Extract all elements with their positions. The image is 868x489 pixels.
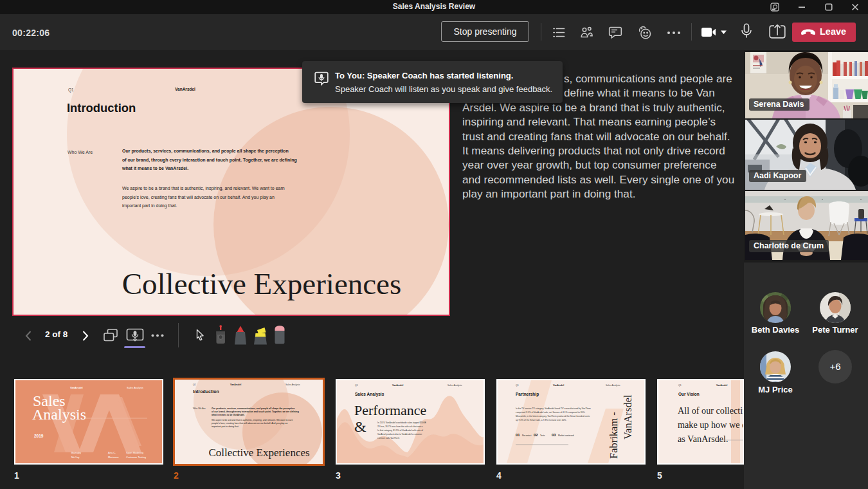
svg-text:of our brand, through every in: of our brand, through every interaction … <box>212 411 299 413</box>
svg-text:VanArsel products due to VanAr: VanArsel products due to VanArsdel's cus… <box>377 433 422 436</box>
svg-text:Sales Analysis: Sales Analysis <box>606 384 620 387</box>
svg-text:comprised 2.5% of VanArsdel sa: comprised 2.5% of VanArsdel sale, net Se… <box>516 411 585 414</box>
svg-text:In that category, 81.5% of Van: In that category, 81.5% of VanArsdel sel… <box>377 429 423 432</box>
svg-text:03: 03 <box>552 433 556 437</box>
svg-text:up 9.3% of the Smart sale, a 7: up 9.3% of the Smart sale, a 7.8% increa… <box>516 419 566 421</box>
svg-text:Sales Analysis: Sales Analysis <box>448 384 462 387</box>
svg-text:Customer Testing: Customer Testing <box>126 456 146 459</box>
svg-text:Our Vision: Our Vision <box>678 392 700 396</box>
svg-text:Sales Analysis: Sales Analysis <box>285 383 300 386</box>
svg-text:Aria C.: Aria C. <box>108 451 116 454</box>
svg-text:as VanArsdel.: as VanArsdel. <box>678 434 728 444</box>
svg-text:Marinova: Marinova <box>108 456 119 459</box>
svg-text:important part in doing that.: important part in doing that. <box>212 425 239 428</box>
svg-text:Our products, services, commun: Our products, services, communications, … <box>212 407 294 410</box>
svg-text:We aspire to be a brand that i: We aspire to be a brand that is authenti… <box>212 419 293 421</box>
svg-text:what it means to be VanArsdel.: what it means to be VanArsdel. <box>211 414 245 416</box>
svg-text:2019: 2019 <box>34 434 44 438</box>
svg-text:Analysis: Analysis <box>32 406 86 423</box>
svg-text:Recontact: Recontact <box>522 434 531 437</box>
svg-text:McCoy: McCoy <box>71 456 79 459</box>
svg-text:VanArsdel: VanArsdel <box>392 384 403 387</box>
svg-text:In the TV service TV category,: In the TV service TV category, VanArsdel… <box>516 407 591 410</box>
svg-text:VanArsdel: VanArsdel <box>622 394 634 439</box>
svg-text:Sport Modeling: Sport Modeling <box>126 451 143 454</box>
svg-text:01: 01 <box>516 433 520 437</box>
svg-text:Q1: Q1 <box>355 384 358 387</box>
svg-text:VanArsdel: VanArsdel <box>70 386 83 389</box>
svg-text:Barnaby: Barnaby <box>71 451 81 454</box>
svg-text:Introduction: Introduction <box>193 389 219 394</box>
svg-text:In 2019, VanArsdel's worldwide: In 2019, VanArsdel's worldwide sales top… <box>377 421 427 424</box>
svg-text:VanArsdel: VanArsdel <box>716 384 727 387</box>
svg-text:02: 02 <box>534 433 538 437</box>
svg-text:29 less, 26.7% was from the sa: 29 less, 26.7% was from the sales of ele… <box>377 425 423 428</box>
svg-text:Market continued: Market continued <box>558 434 574 437</box>
svg-text:people's love, creating fans t: people's love, creating fans that will a… <box>212 422 287 425</box>
svg-text:Who We Are: Who We Are <box>193 407 206 410</box>
svg-text:contract calls VanThem: contract calls VanThem <box>377 437 399 439</box>
svg-text:Sales Analysis: Sales Analysis <box>355 392 384 397</box>
svg-text:All of our collective experien: All of our collective experiences <box>678 405 743 416</box>
svg-text:Collective Experiences: Collective Experiences <box>208 447 309 459</box>
svg-text:&: & <box>354 418 366 435</box>
svg-text:Sales Analysis: Sales Analysis <box>127 386 143 389</box>
svg-text:make up how we connect: make up how we connect <box>678 420 743 430</box>
svg-text:Meanwhile, in the latest categ: Meanwhile, in the latest category, VanTh… <box>516 415 590 418</box>
svg-text:Fabrikam -: Fabrikam - <box>608 412 620 459</box>
svg-text:Tests: Tests <box>540 434 545 437</box>
svg-text:VanArsdel: VanArsdel <box>553 384 564 387</box>
svg-text:Q1: Q1 <box>516 384 519 387</box>
svg-text:Q1: Q1 <box>678 384 682 387</box>
svg-text:Partnership: Partnership <box>516 392 539 397</box>
svg-text:Q1: Q1 <box>193 383 196 386</box>
svg-text:VanArsdel: VanArsdel <box>230 383 241 386</box>
svg-text:Performance: Performance <box>354 402 426 418</box>
